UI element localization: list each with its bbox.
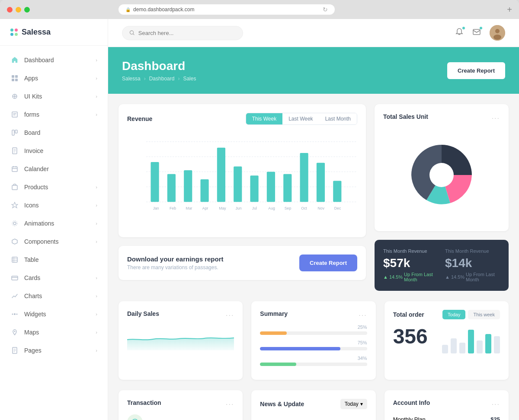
sidebar-item-apps[interactable]: Apps › xyxy=(0,69,108,87)
svg-rect-9 xyxy=(12,167,17,172)
svg-text:Sep: Sep xyxy=(285,206,292,210)
transaction-item: Electricity Bill xyxy=(127,411,234,420)
mail-button[interactable] xyxy=(472,28,481,38)
breadcrumb-sales: Sales xyxy=(183,76,196,82)
svg-text:Nov: Nov xyxy=(318,206,325,210)
order-bar-6 xyxy=(485,334,491,353)
transaction-more-icon[interactable] xyxy=(226,399,234,407)
sidebar-item-widgets[interactable]: Widgets › xyxy=(0,305,108,323)
sidebar-item-cards[interactable]: Cards › xyxy=(0,269,108,287)
svg-text:Jul: Jul xyxy=(252,206,257,210)
arrow-up-icon-2: ▲ xyxy=(445,274,450,280)
svg-point-19 xyxy=(14,331,16,332)
revenue-card: Revenue This Week Last Week Last Month xyxy=(119,104,366,237)
url-text: demo.dashboardpack.com xyxy=(133,6,194,13)
stat-main-label: This Month Revenue xyxy=(383,248,438,254)
tab-last-month[interactable]: Last Month xyxy=(319,113,357,124)
svg-rect-40 xyxy=(217,148,225,202)
total-sales-more-icon[interactable] xyxy=(492,113,500,121)
sidebar-item-maps[interactable]: Maps › xyxy=(0,323,108,341)
sidebar-item-label-table: Table xyxy=(24,256,38,263)
main-content: Dashboard Salessa › Dashboard › Sales Cr… xyxy=(108,19,519,420)
order-bar-1 xyxy=(442,345,448,353)
order-bar-3 xyxy=(459,343,465,353)
tab-this-week[interactable]: This Week xyxy=(246,113,282,124)
sidebar-item-animations[interactable]: Animations › xyxy=(0,214,108,232)
account-info-more-icon[interactable] xyxy=(492,399,500,407)
sidebar-item-label-components: Components xyxy=(24,238,58,245)
summary-bar-1-fill xyxy=(260,331,287,335)
new-tab-button[interactable]: + xyxy=(507,5,512,15)
total-sales-title: Total Sales Unit xyxy=(383,113,428,120)
donut-chart-svg xyxy=(403,136,481,214)
svg-rect-41 xyxy=(234,166,242,202)
summary-bar-2: 75% xyxy=(260,340,367,350)
stat-main-value: $57k xyxy=(383,256,438,270)
chevron-right-icon: › xyxy=(96,57,97,63)
stat-secondary-pct: 14.5% xyxy=(451,274,465,280)
page-title: Dashboard xyxy=(122,59,196,73)
browser-titlebar: 🔒 demo.dashboardpack.com ↻ + xyxy=(0,0,519,19)
sidebar-item-charts[interactable]: Charts › xyxy=(0,287,108,305)
dashboard-title-section: Dashboard Salessa › Dashboard › Sales xyxy=(122,59,196,82)
url-bar[interactable]: 🔒 demo.dashboardpack.com ↻ xyxy=(119,4,335,15)
invoice-icon xyxy=(10,146,19,155)
order-bar-7 xyxy=(494,336,500,353)
search-box[interactable] xyxy=(122,26,243,40)
sidebar-nav: Dashboard › Apps › UI Kits › xyxy=(0,46,108,420)
search-input[interactable] xyxy=(138,30,236,36)
logo-dot-1 xyxy=(10,29,13,32)
avatar[interactable] xyxy=(490,25,505,41)
right-column: Total Sales Unit xyxy=(375,104,509,291)
chevron-right-icon: › xyxy=(96,239,97,244)
sidebar-item-dashboard[interactable]: Dashboard › xyxy=(0,51,108,69)
svg-point-13 xyxy=(12,221,17,226)
sidebar-item-invoice[interactable]: Invoice xyxy=(0,142,108,160)
total-order-tabs: Today This week xyxy=(442,310,500,319)
components-icon xyxy=(10,237,19,246)
chevron-right-icon: › xyxy=(96,112,97,117)
daily-sales-more-icon[interactable] xyxy=(226,310,234,318)
news-title: News & Update xyxy=(260,401,304,407)
sidebar-item-pages[interactable]: Pages › xyxy=(0,341,108,360)
summary-more-icon[interactable] xyxy=(359,310,367,318)
revenue-title: Revenue xyxy=(127,115,152,122)
close-button[interactable] xyxy=(7,7,13,13)
earnings-report-button[interactable]: Create Report xyxy=(299,255,357,271)
apps-icon xyxy=(10,74,19,83)
products-icon xyxy=(10,183,19,191)
sidebar-item-table[interactable]: Table xyxy=(0,251,108,269)
order-tab-today[interactable]: Today xyxy=(442,310,465,319)
calendar-icon xyxy=(10,165,19,173)
svg-point-25 xyxy=(493,35,501,40)
sidebar-item-icons[interactable]: Icons › xyxy=(0,196,108,214)
create-report-button[interactable]: Create Report xyxy=(447,62,505,79)
sidebar-item-components[interactable]: Components › xyxy=(0,232,108,251)
maximize-button[interactable] xyxy=(24,7,30,13)
minimize-button[interactable] xyxy=(16,7,21,13)
refresh-icon[interactable]: ↻ xyxy=(323,6,328,13)
sidebar-item-board[interactable]: Board xyxy=(0,124,108,142)
total-order-title: Total order xyxy=(393,311,424,318)
sidebar-item-forms[interactable]: forms › xyxy=(0,105,108,124)
sidebar-item-products[interactable]: Products › xyxy=(0,178,108,196)
search-icon xyxy=(129,30,135,36)
dashboard-banner: Dashboard Salessa › Dashboard › Sales Cr… xyxy=(108,47,519,94)
svg-rect-2 xyxy=(12,79,14,81)
sidebar-item-calendar[interactable]: Calander xyxy=(0,160,108,178)
order-tab-week[interactable]: This week xyxy=(468,310,500,319)
dropdown-arrow-icon: ▾ xyxy=(360,401,363,407)
sidebar-item-uikits[interactable]: UI Kits › xyxy=(0,87,108,105)
chevron-right-icon: › xyxy=(96,293,97,299)
stat-secondary-value: $14k xyxy=(445,256,500,270)
svg-text:Jun: Jun xyxy=(236,206,242,210)
tab-last-week[interactable]: Last Week xyxy=(282,113,319,124)
news-today-button[interactable]: Today ▾ xyxy=(340,399,367,409)
notification-button[interactable] xyxy=(455,28,464,38)
svg-rect-44 xyxy=(283,174,292,202)
sidebar-item-label-uikits: UI Kits xyxy=(24,93,42,100)
transaction-card: Transaction Electricity Bill xyxy=(119,390,243,420)
order-bar-2 xyxy=(451,338,457,353)
revenue-card-header: Revenue This Week Last Week Last Month xyxy=(127,113,357,125)
sidebar-item-label-icons: Icons xyxy=(24,202,38,209)
